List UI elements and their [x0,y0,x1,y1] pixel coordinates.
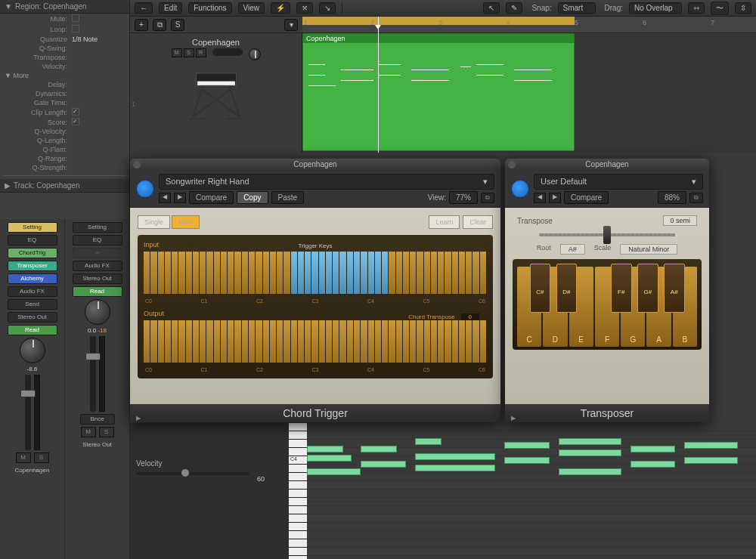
power-button[interactable] [511,180,529,198]
close-icon[interactable] [508,161,516,168]
disclosure-arrow-icon[interactable]: ▶ [511,409,516,422]
midi-fx-placeholder[interactable]: ∞ [73,248,122,258]
volume-fader[interactable] [90,336,96,412]
waveform-zoom-icon[interactable]: 〜 [711,2,729,15]
pencil-tool-icon[interactable]: ✎ [506,2,522,14]
drag-select[interactable]: No Overlap [629,2,682,14]
mute-checkbox[interactable] [72,14,79,22]
scale-key-fs[interactable]: F# [611,264,632,313]
pan-knob[interactable] [20,338,45,363]
power-button[interactable] [136,180,154,198]
scale-key-cs[interactable]: C# [530,264,551,313]
loop-checkbox[interactable] [72,25,79,32]
track-solo-button[interactable]: S [184,48,194,57]
scale-key-as[interactable]: A# [664,264,685,313]
scale-key-ds[interactable]: D# [556,264,578,313]
snap-select[interactable]: Smart [558,2,596,14]
volume-slider[interactable] [212,48,243,56]
chord-transpose-value[interactable]: 0 [461,313,479,320]
arrange-grid[interactable]: 1 2 3 4 5 6 7 Copenhagen [302,17,756,153]
prev-preset-button[interactable]: ◀ [534,193,546,203]
playhead[interactable] [378,17,379,153]
tool-flex-icon[interactable]: ⤧ [296,2,313,14]
zoom-vertical-icon[interactable]: ⇳ [735,2,751,14]
score-checkbox[interactable] [72,118,79,125]
link-icon[interactable]: ⧉ [689,193,703,203]
track-options-button[interactable]: ▾ [284,19,298,31]
transpose-slider[interactable] [539,233,675,236]
zoom-horizontal-icon[interactable]: ⇿ [688,2,705,14]
track-mute-button[interactable]: M [172,48,182,57]
velocity-value[interactable]: 60 [136,475,265,483]
tool-automation-icon[interactable]: ⚡ [271,2,290,14]
compare-button[interactable]: Compare [189,191,234,204]
pan-value[interactable]: -8.6 [27,366,38,372]
midi-region[interactable]: Copenhagen [302,33,575,151]
audio-fx-slot[interactable]: Audio FX [8,286,57,297]
solo-button[interactable]: S [99,427,114,437]
view-scale[interactable]: 88% [658,191,686,204]
bounce-button[interactable]: Bnce [80,414,115,425]
next-preset-button[interactable]: ▶ [174,193,186,203]
root-value[interactable]: A# [560,244,585,255]
pan-knob[interactable] [85,299,110,325]
add-track-button[interactable]: + [135,19,148,31]
input-keyboard[interactable]: Trigger Keys [144,252,487,294]
piano-roll-grid[interactable] [307,423,756,559]
tool-catch-icon[interactable]: ↘ [319,2,336,14]
edit-menu[interactable]: Edit [159,2,182,14]
audio-fx-slot[interactable]: Audio FX [73,261,122,271]
prev-preset-button[interactable]: ◀ [159,193,171,203]
disclosure-arrow-icon[interactable]: ▶ [136,409,141,422]
mute-button[interactable]: M [16,452,31,463]
functions-menu[interactable]: Functions [188,2,231,14]
global-solo-button[interactable]: S [171,19,184,31]
back-arrow[interactable]: ← [135,2,153,14]
track-header[interactable]: Copenhagen M S R 1 [130,33,302,153]
region-header[interactable]: ▼ Region: Copenhagen [0,0,129,14]
cliplength-checkbox[interactable] [72,108,79,116]
send-slot[interactable]: Send [8,299,57,310]
compare-button[interactable]: Compare [564,191,609,204]
piano-keys[interactable]: C4 [289,423,307,559]
more-header[interactable]: ▼ More [0,71,129,80]
output-keyboard[interactable] [144,320,487,363]
single-mode-button[interactable]: Single [138,215,170,229]
output-slot[interactable]: Stereo Out [73,273,122,284]
scale-keyboard[interactable]: CDEFGABC#D#F#G#A# [513,259,702,350]
pan-value[interactable]: 0.0 [88,327,96,334]
track-header[interactable]: ▶ Track: Copenhagen [0,179,129,193]
close-icon[interactable] [133,161,141,168]
preset-select[interactable]: Songwriter Right Hand ▾ [159,174,494,190]
view-scale[interactable]: 77% [449,191,478,204]
transpose-value[interactable]: 0 semi [663,215,697,226]
paste-button[interactable]: Paste [271,191,305,204]
setting-button[interactable]: Setting [8,222,57,233]
automation-mode[interactable]: Read [8,325,57,335]
midi-fx-transposer[interactable]: Transposer [8,261,57,271]
bar-ruler[interactable]: 1 2 3 4 5 6 7 [302,17,756,33]
output-slot[interactable]: Stereo Out [8,312,57,323]
view-menu[interactable]: View [238,2,265,14]
link-icon[interactable]: ⧉ [481,193,494,203]
scale-value[interactable]: Natural Minor [620,244,677,255]
midi-fx-chord-trigger[interactable]: ChordTrig [8,248,57,258]
velocity-slider[interactable] [136,472,249,475]
preset-select[interactable]: User Default ▾ [534,174,703,190]
clear-button[interactable]: Clear [463,215,493,229]
volume-fader[interactable] [25,375,31,450]
learn-button[interactable]: Learn [429,215,460,229]
quantize-value[interactable]: 1/8 Note [72,36,125,43]
solo-button[interactable]: S [34,452,49,463]
instrument-slot[interactable]: Alchemy [8,273,57,284]
next-preset-button[interactable]: ▶ [549,193,561,203]
pointer-tool-icon[interactable]: ↖ [483,2,500,14]
eq-slot[interactable]: EQ [8,235,57,246]
multi-mode-button[interactable]: Multi [172,215,200,229]
copy-button[interactable]: Copy [237,191,268,204]
mute-button[interactable]: M [81,427,96,437]
track-record-button[interactable]: R [196,48,206,57]
eq-slot[interactable]: EQ [73,235,122,246]
duplicate-track-button[interactable]: ⧉ [153,19,166,31]
track-pan-knob[interactable] [249,48,261,60]
